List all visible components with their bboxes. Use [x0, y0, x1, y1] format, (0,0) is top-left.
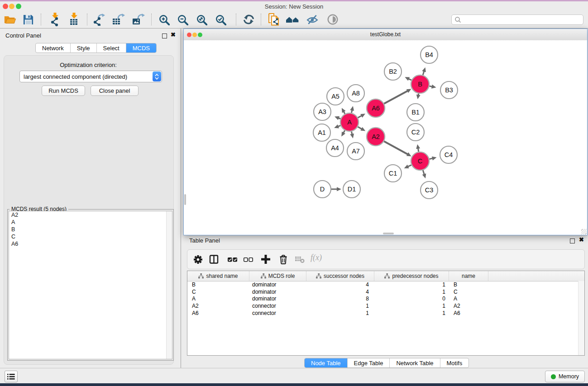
result-item-a6[interactable]: A6	[9, 240, 172, 248]
delete-column-icon[interactable]	[278, 254, 289, 265]
edge-A-A5[interactable]	[342, 108, 346, 114]
task-history-button[interactable]	[5, 371, 18, 382]
add-column-icon[interactable]	[260, 254, 271, 265]
cell[interactable]: 1	[374, 310, 449, 317]
import-network-icon[interactable]	[48, 13, 62, 26]
cell[interactable]: dominator	[249, 281, 306, 289]
edge-B-B3[interactable]	[430, 85, 436, 89]
graph-node-A3[interactable]: A3	[314, 103, 331, 120]
tab-style[interactable]: Style	[70, 43, 96, 52]
network-graph[interactable]: AA1A2A3A4A5A6A7A8BB1B2B3B4CC1C2C3C4DD1	[184, 40, 587, 235]
memory-button[interactable]: Memory	[545, 371, 585, 382]
cell[interactable]: connector	[249, 310, 306, 317]
cell[interactable]: A6	[449, 310, 488, 317]
column-header-shared-name[interactable]: shared name	[187, 271, 249, 281]
copy-network-view-icon[interactable]	[267, 13, 281, 26]
function-builder-icon[interactable]: f(x)	[311, 253, 322, 262]
graph-node-A7[interactable]: A7	[347, 143, 364, 160]
criterion-select[interactable]: largest connected component (directed)	[19, 71, 162, 82]
zoom-out-icon[interactable]	[176, 13, 189, 26]
edge-C-C2[interactable]	[416, 144, 420, 152]
graph-node-B2[interactable]: B2	[384, 63, 402, 80]
table-row-b[interactable]: Bdominator41B	[187, 281, 584, 289]
edge-C-C1[interactable]	[404, 165, 411, 168]
tab-network[interactable]: Network	[36, 43, 70, 52]
vertical-scroll-thumb[interactable]	[184, 194, 186, 205]
edge-A-A2[interactable]	[358, 127, 365, 131]
table-panel-float-icon[interactable]	[570, 238, 575, 243]
cell[interactable]: 1	[306, 303, 374, 310]
export-image-icon[interactable]	[132, 13, 145, 26]
select-all-icon[interactable]	[227, 254, 238, 265]
table-tab-network-table[interactable]: Network Table	[389, 358, 440, 367]
edge-A-A1[interactable]	[334, 124, 340, 128]
result-item-a2[interactable]: A2	[9, 211, 172, 219]
cell[interactable]: dominator	[249, 295, 306, 303]
open-session-icon[interactable]	[3, 13, 17, 26]
graph-node-A2[interactable]: A2	[367, 128, 385, 146]
graph-node-C1[interactable]: C1	[384, 165, 402, 182]
edge-B-B1[interactable]	[416, 94, 421, 100]
zoom-selected-icon[interactable]	[214, 13, 227, 26]
edge-A-A6[interactable]	[358, 114, 366, 118]
tab-select[interactable]: Select	[96, 43, 126, 52]
graph-node-B1[interactable]: B1	[407, 104, 424, 121]
graph-node-A4[interactable]: A4	[326, 139, 344, 157]
cell[interactable]: A6	[187, 310, 249, 317]
settings-gear-icon[interactable]	[192, 254, 203, 265]
column-layout-icon[interactable]	[208, 254, 219, 265]
graph-node-C4[interactable]: C4	[440, 146, 457, 163]
graph-node-A5[interactable]: A5	[327, 88, 344, 105]
graph-node-D1[interactable]: D1	[343, 181, 360, 198]
result-item-b[interactable]: B	[9, 226, 172, 233]
column-header-predecessor-nodes[interactable]: predecessor nodes	[374, 271, 449, 281]
cell[interactable]: A2	[187, 303, 249, 310]
result-item-a[interactable]: A	[9, 219, 172, 226]
delete-table-icon[interactable]	[294, 254, 305, 265]
cell[interactable]: 1	[374, 281, 449, 289]
save-session-icon[interactable]	[21, 13, 35, 26]
export-network-icon[interactable]	[92, 13, 105, 26]
cell[interactable]: connector	[249, 303, 306, 310]
cell[interactable]: 1	[374, 289, 449, 296]
column-header-MCDS-role[interactable]: MCDS role	[249, 271, 306, 281]
close-panel-button[interactable]: Close panel	[91, 86, 139, 96]
cell[interactable]: 8	[306, 295, 374, 303]
edge-A-A7[interactable]	[350, 132, 354, 138]
table-row-c[interactable]: Cdominator41C	[187, 289, 584, 296]
graph-node-D[interactable]: D	[314, 181, 331, 198]
cell[interactable]: B	[187, 281, 249, 289]
cell[interactable]: A	[449, 295, 488, 303]
horizontal-scroll-thumb[interactable]	[383, 233, 394, 234]
edge-A-A3[interactable]	[335, 116, 340, 120]
cell[interactable]: 0	[374, 295, 449, 303]
show-eye-icon[interactable]	[326, 13, 339, 26]
table-row-a[interactable]: Adominator80A	[187, 295, 584, 303]
resize-grip[interactable]	[581, 229, 587, 234]
cell[interactable]: C	[449, 289, 488, 296]
home-views-icon[interactable]	[286, 13, 300, 26]
refresh-icon[interactable]	[242, 13, 255, 26]
control-panel-close-icon[interactable]: ✖	[171, 33, 176, 37]
cell[interactable]: 1	[374, 303, 449, 310]
graph-node-A8[interactable]: A8	[347, 85, 364, 102]
edge-B-B2[interactable]	[405, 77, 411, 81]
graph-node-A1[interactable]: A1	[313, 124, 330, 141]
zoom-in-icon[interactable]	[157, 13, 171, 26]
graph-node-B[interactable]: B	[411, 75, 429, 93]
network-canvas[interactable]: AA1A2A3A4A5A6A7A8BB1B2B3B4CC1C2C3C4DD1	[184, 40, 587, 235]
graph-node-C2[interactable]: C2	[407, 124, 424, 141]
edge-D-D1[interactable]	[331, 187, 341, 191]
edge-C-C3[interactable]	[422, 170, 426, 178]
result-scrollbar[interactable]	[166, 211, 172, 359]
edge-A-A4[interactable]	[341, 130, 345, 136]
graph-node-B3[interactable]: B3	[440, 81, 458, 99]
graph-node-C[interactable]: C	[411, 152, 429, 170]
cell[interactable]: 1	[306, 310, 374, 317]
run-mcds-button[interactable]: Run MCDS	[42, 86, 85, 96]
column-header-successor-nodes[interactable]: successor nodes	[306, 271, 374, 281]
edge-A-A8[interactable]	[350, 106, 354, 113]
graph-node-C3[interactable]: C3	[421, 181, 438, 199]
edge-A6-B[interactable]	[384, 89, 411, 104]
hide-glasses-icon[interactable]	[306, 13, 319, 26]
